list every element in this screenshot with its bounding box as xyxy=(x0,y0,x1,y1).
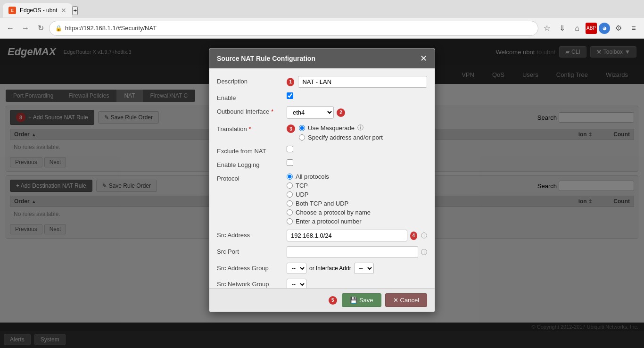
enable-logging-label: Enable Logging xyxy=(217,159,283,168)
home-button[interactable]: ⌂ xyxy=(570,22,584,35)
close-tab-icon[interactable]: ✕ xyxy=(61,7,66,14)
protocol-both-radio: Both TCP and UDP xyxy=(287,200,427,207)
browser-tab[interactable]: E EdgeOS - ubnt ✕ xyxy=(3,3,72,17)
modal-header: Source NAT Rule Configuration ✕ xyxy=(209,49,435,68)
protocol-all-label: All protocols xyxy=(296,173,329,180)
src-port-input[interactable] xyxy=(287,246,418,258)
save-icon-modal: 💾 xyxy=(350,297,357,304)
src-address-group-row: Src Address Group -- or Interface Addr -… xyxy=(217,263,427,274)
protocol-number-radio: Enter a protocol number xyxy=(287,218,427,225)
or-interface-text: or Interface Addr xyxy=(309,265,351,272)
protocol-name-label: Choose a protocol by name xyxy=(296,209,371,216)
use-masquerade-label: Use Masquerade xyxy=(308,124,355,132)
src-network-group-row: Src Network Group -- xyxy=(217,279,427,288)
protocol-row: Protocol All protocols TCP U xyxy=(217,173,427,225)
src-port-row: Src Port ⓘ xyxy=(217,246,427,258)
src-network-group-select[interactable]: -- xyxy=(287,279,306,288)
badge-5: 5 xyxy=(329,296,337,305)
protocol-label: Protocol xyxy=(217,173,283,182)
reload-button[interactable]: ↻ xyxy=(34,22,47,35)
src-address-group-select[interactable]: -- xyxy=(287,263,306,274)
interface-addr-select[interactable]: -- xyxy=(354,263,374,274)
enable-checkbox[interactable] xyxy=(287,92,293,99)
cancel-button[interactable]: ✕ Cancel xyxy=(385,293,427,307)
bookmark-button[interactable]: ☆ xyxy=(540,22,553,35)
translation-radio-group: Use Masquerade ⓘ Specify address and/or … xyxy=(299,124,383,141)
modal-footer: 5 💾 Save ✕ Cancel xyxy=(209,288,435,312)
modal-close-button[interactable]: ✕ xyxy=(420,53,427,64)
badge-2: 2 xyxy=(337,108,345,117)
specify-address-radio: Specify address and/or port xyxy=(299,134,383,141)
protocol-name-input[interactable] xyxy=(287,209,293,215)
description-row: Description 1 xyxy=(217,76,427,88)
enable-label: Enable xyxy=(217,92,283,101)
protocol-udp-radio: UDP xyxy=(287,191,427,198)
specify-address-input[interactable] xyxy=(299,134,305,141)
outbound-required: * xyxy=(271,108,273,115)
badge-3: 3 xyxy=(287,124,295,133)
badge-1: 1 xyxy=(287,78,294,86)
protocol-udp-input[interactable] xyxy=(287,191,293,198)
save-button[interactable]: 💾 Save xyxy=(342,293,381,307)
outbound-row: Outbound Interface * eth4 eth0 eth1 eth2… xyxy=(217,106,427,119)
url-input[interactable] xyxy=(65,25,532,32)
protocol-tcp-radio: TCP xyxy=(287,182,427,189)
enable-row: Enable xyxy=(217,92,427,101)
modal-title: Source NAT Rule Configuration xyxy=(217,55,315,62)
download-button[interactable]: ⇓ xyxy=(555,22,569,35)
src-port-label: Src Port xyxy=(217,246,283,255)
enable-logging-checkbox[interactable] xyxy=(287,159,293,166)
translation-row: Translation * 3 Use Masquerade ⓘ Specif xyxy=(217,124,427,141)
modal-overlay: Source NAT Rule Configuration ✕ Descript… xyxy=(0,39,644,348)
menu-button[interactable]: ≡ xyxy=(627,22,640,35)
protocol-tcp-input[interactable] xyxy=(287,182,293,189)
protocol-number-input[interactable] xyxy=(287,218,293,224)
tab-favicon: E xyxy=(8,7,16,14)
modal-body: Description 1 Enable Outbound Interface … xyxy=(209,68,435,288)
protocol-name-radio: Choose a protocol by name xyxy=(287,209,427,216)
cancel-icon: ✕ xyxy=(393,297,398,304)
use-masquerade-input[interactable] xyxy=(299,125,305,131)
source-nat-modal: Source NAT Rule Configuration ✕ Descript… xyxy=(209,48,435,312)
outbound-interface-select[interactable]: eth4 eth0 eth1 eth2 eth3 xyxy=(287,106,334,119)
new-tab-button[interactable]: + xyxy=(72,6,78,15)
specify-address-label: Specify address and/or port xyxy=(308,134,383,141)
protocol-radio-group: All protocols TCP UDP Both TCP and xyxy=(287,173,427,225)
protocol-both-label: Both TCP and UDP xyxy=(296,200,348,207)
vpn-button[interactable]: ◕ xyxy=(599,23,610,34)
exclude-nat-label: Exclude from NAT xyxy=(217,146,283,155)
exclude-nat-checkbox[interactable] xyxy=(287,146,293,152)
src-address-input[interactable] xyxy=(287,230,407,241)
protocol-tcp-label: TCP xyxy=(296,182,308,189)
description-input[interactable] xyxy=(298,76,427,88)
src-network-group-label: Src Network Group xyxy=(217,279,283,288)
protocol-number-label: Enter a protocol number xyxy=(296,218,361,225)
description-label: Description xyxy=(217,76,283,85)
src-address-label: Src Address xyxy=(217,230,283,239)
translation-label: Translation * xyxy=(217,124,283,133)
outbound-label: Outbound Interface * xyxy=(217,106,283,115)
enable-logging-row: Enable Logging xyxy=(217,159,427,168)
abp-button[interactable]: ABP xyxy=(586,23,597,34)
protocol-both-input[interactable] xyxy=(287,200,293,207)
forward-button[interactable]: → xyxy=(19,22,32,35)
protocol-all-input[interactable] xyxy=(287,174,293,180)
src-address-group-label: Src Address Group xyxy=(217,263,283,272)
protocol-udp-label: UDP xyxy=(296,191,308,198)
protocol-all-radio: All protocols xyxy=(287,173,427,180)
back-button[interactable]: ← xyxy=(4,22,17,35)
ext-button[interactable]: ⚙ xyxy=(612,22,625,35)
src-address-info-icon: ⓘ xyxy=(421,232,427,240)
src-port-info-icon: ⓘ xyxy=(421,248,427,257)
masquerade-info-icon: ⓘ xyxy=(357,124,363,132)
address-bar: 🔒 xyxy=(49,21,538,36)
exclude-nat-row: Exclude from NAT xyxy=(217,146,427,155)
translation-required: * xyxy=(248,125,251,133)
src-address-row: Src Address 4 ⓘ xyxy=(217,230,427,241)
tab-title: EdgeOS - ubnt xyxy=(20,7,57,14)
use-masquerade-radio: Use Masquerade ⓘ xyxy=(299,124,383,132)
badge-4: 4 xyxy=(410,232,417,240)
